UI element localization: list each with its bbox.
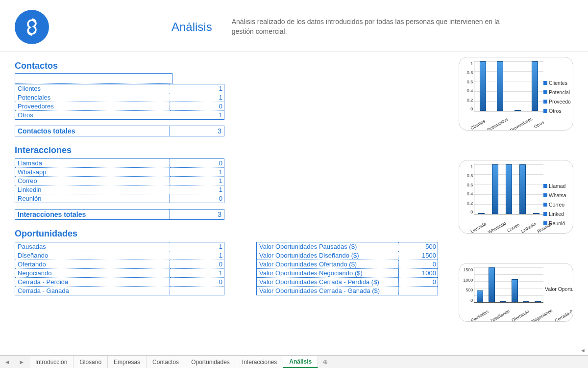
selected-cell[interactable]: [15, 73, 172, 84]
chart-bar: [478, 213, 485, 214]
row-label[interactable]: Diseñando: [15, 251, 170, 260]
row-label[interactable]: Clientes: [15, 84, 170, 93]
header: Análisis Análisis realizado de los datos…: [0, 0, 588, 52]
row-value[interactable]: 1: [170, 168, 224, 177]
row-label[interactable]: Cerrada - Ganada: [15, 287, 170, 295]
row-label[interactable]: Reunión: [15, 194, 170, 203]
chart-bar: [489, 267, 495, 302]
row-value[interactable]: 0: [170, 159, 224, 168]
sheet-tabs-bar: ◄ ► IntroducciónGlosarioEmpresasContacto…: [0, 355, 588, 368]
interacciones-table: Llamada0Whatsapp1Correo1Linkedin1Reunión…: [15, 158, 224, 203]
row-value[interactable]: 1500: [399, 251, 438, 260]
chart-bar: [492, 164, 498, 214]
row-label[interactable]: Correo: [15, 177, 170, 185]
row-value[interactable]: [170, 287, 224, 295]
row-label[interactable]: Valor Oportunidades Diseñando ($): [257, 251, 399, 260]
legend-item: Llamad: [543, 182, 573, 191]
row-value[interactable]: 1: [170, 111, 224, 120]
row-value[interactable]: 1: [170, 84, 224, 93]
oportunidades-count-table: Pausadas1Diseñando1Ofertando0Negociando1…: [15, 242, 224, 295]
section-title-oportunidades: Oportunidades: [15, 229, 454, 239]
app-logo: [15, 10, 49, 44]
total-value: 3: [170, 210, 224, 220]
chart-bar: [532, 61, 538, 111]
interacciones-total: Interacciones totales3: [15, 209, 224, 220]
legend-item: Potencial: [543, 88, 573, 97]
chart-bar: [480, 61, 486, 111]
row-label[interactable]: Valor Oportunidades Negociando ($): [257, 269, 399, 278]
page-title: Análisis: [172, 20, 212, 34]
row-label[interactable]: Negociando: [15, 269, 170, 278]
chart-bar: [512, 279, 518, 302]
row-label[interactable]: Valor Oportunidades Cerrada - Perdida ($…: [257, 278, 399, 287]
row-label[interactable]: Llamada: [15, 159, 170, 168]
chart-bar: [519, 164, 526, 214]
row-value[interactable]: 1: [170, 251, 224, 260]
sheet-tab[interactable]: Interacciones: [236, 356, 283, 368]
legend-item: Correo: [543, 200, 573, 210]
row-label[interactable]: Valor Oportunidades Pausadas ($): [257, 242, 399, 251]
total-value: 3: [170, 126, 224, 136]
legend-item: Linked: [543, 210, 573, 219]
sheet-tab[interactable]: Empresas: [108, 356, 147, 368]
legend-item: Proveedo: [543, 97, 573, 106]
chart-bar: [514, 110, 521, 111]
row-value[interactable]: 0: [170, 194, 224, 203]
chart-bar: [533, 213, 539, 214]
sheet-tab[interactable]: Contactos: [147, 356, 185, 368]
legend-item: Whatsa: [543, 191, 573, 200]
chart-bar: [506, 164, 512, 214]
tab-next-icon[interactable]: ►: [19, 359, 24, 366]
row-value[interactable]: [399, 287, 438, 295]
row-value[interactable]: 0: [399, 260, 438, 269]
chart-bar: [500, 301, 506, 302]
row-value[interactable]: 1000: [399, 269, 438, 278]
row-label[interactable]: Cerrada - Perdida: [15, 278, 170, 287]
row-value[interactable]: 0: [399, 278, 438, 287]
sheet-tab[interactable]: Oportunidades: [185, 356, 236, 368]
row-value[interactable]: 0: [170, 102, 224, 111]
row-value[interactable]: 0: [170, 260, 224, 269]
row-label[interactable]: Linkedin: [15, 185, 170, 194]
row-label[interactable]: Proveedores: [15, 102, 170, 111]
tab-prev-icon[interactable]: ◄: [4, 359, 10, 366]
sheet-tab[interactable]: Glosario: [74, 356, 108, 368]
row-value[interactable]: 0: [170, 278, 224, 287]
section-title-interacciones: Interacciones: [15, 145, 454, 156]
row-label[interactable]: Ofertando: [15, 260, 170, 269]
row-label[interactable]: Potenciales: [15, 93, 170, 102]
scroll-left-icon[interactable]: ◄: [580, 347, 587, 354]
tab-nav-controls[interactable]: ◄ ►: [0, 356, 29, 368]
row-value[interactable]: 500: [399, 242, 438, 251]
row-value[interactable]: 1: [170, 269, 224, 278]
row-label[interactable]: Pausadas: [15, 242, 170, 251]
contactos-table: Clientes1Potenciales1Proveedores0Otros1: [15, 84, 224, 120]
oportunidades-valor-table: Valor Oportunidades Pausadas ($)500Valor…: [256, 242, 438, 295]
sheet-tab[interactable]: Análisis: [283, 356, 318, 368]
row-label[interactable]: Valor Oportunidades Cerrada - Ganada ($): [257, 287, 399, 295]
chart-0: 10.80.60.40.20ClientesPotencialProveedoO…: [459, 57, 573, 131]
total-label: Contactos totales: [15, 126, 170, 136]
section-title-contactos: Contactos: [15, 61, 454, 71]
row-value[interactable]: 1: [170, 242, 224, 251]
row-label[interactable]: Whatsapp: [15, 168, 170, 177]
chart-bar: [523, 301, 529, 302]
legend-item: Clientes: [543, 79, 573, 88]
legend-item: Otros: [543, 106, 573, 116]
contactos-total: Contactos totales3: [15, 126, 224, 136]
row-label[interactable]: Otros: [15, 111, 170, 120]
sheet-tab[interactable]: Introducción: [29, 356, 74, 368]
row-value[interactable]: 1: [170, 177, 224, 185]
add-sheet-button[interactable]: ⊕: [318, 356, 333, 368]
row-value[interactable]: 1: [170, 93, 224, 102]
row-value[interactable]: 1: [170, 185, 224, 194]
chart-bar: [477, 290, 483, 302]
total-label: Interacciones totales: [15, 210, 170, 220]
row-label[interactable]: Valor Oportunidades Ofertando ($): [257, 260, 399, 269]
chart-1: 10.80.60.40.20LlamadWhatsaCorreoLinkedRe…: [459, 160, 573, 234]
chart-bar: [535, 301, 541, 302]
legend-item: Valor Oportunida Pausadas: [543, 285, 573, 294]
chart-2: 150010005000Valor Oportunida PausadasPau…: [459, 263, 573, 322]
chart-bar: [497, 61, 503, 111]
page-subtitle: Análisis realizado de los datos introduc…: [232, 17, 506, 36]
